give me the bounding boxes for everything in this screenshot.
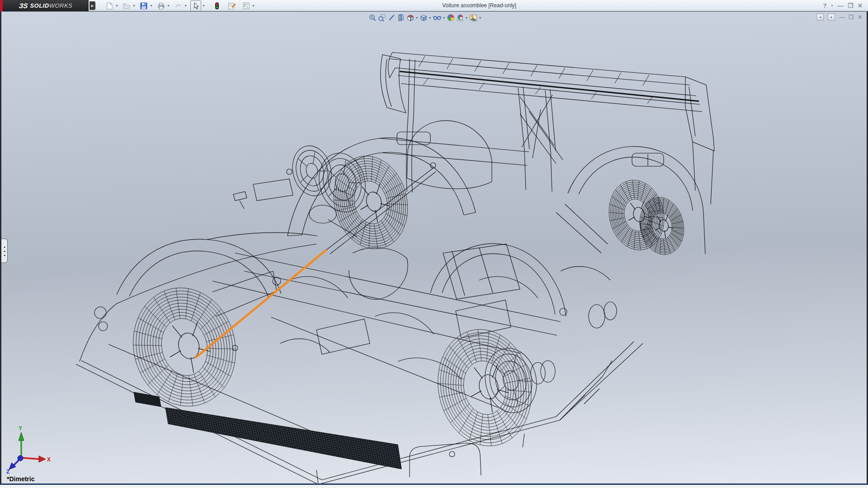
zoom-to-fit-icon: [368, 14, 377, 22]
wheel-wireframe: [324, 148, 417, 257]
left-pane-icon: ◂: [819, 15, 821, 19]
document-title: Voiture assomblee [Read-only]: [90, 0, 868, 11]
previous-view-button[interactable]: [387, 13, 396, 22]
view-orientation-caret[interactable]: ▾: [416, 16, 418, 20]
view-settings-caret[interactable]: ▾: [479, 16, 481, 20]
section-view-icon: [397, 14, 405, 22]
window-bottom-strip: [0, 485, 868, 488]
show-right-pane-button[interactable]: ▸: [828, 14, 835, 20]
graphics-area[interactable]: Y X Z: [0, 11, 868, 483]
solidworks-logo: ЗS SOLIDWORKS: [3, 0, 89, 11]
solidworks-logo-bold: SOLID: [30, 2, 49, 9]
zoom-to-area-icon: [378, 14, 386, 22]
title-bar: ЗS SOLIDWORKS ▶ ▾ ▾ ▾: [0, 0, 868, 11]
zoom-to-area-button[interactable]: [378, 13, 386, 22]
show-left-pane-button[interactable]: ◂: [816, 14, 824, 20]
close-button[interactable]: ✕: [858, 0, 863, 11]
minimize-document-button[interactable]: —: [839, 14, 844, 20]
apply-scene-icon: [456, 14, 464, 22]
hide-show-items-icon: [433, 14, 442, 22]
model-wireframe-canvas[interactable]: Y X Z: [1, 12, 867, 483]
collapse-arrow-icon: ◂: [4, 253, 5, 257]
view-settings-icon: [469, 14, 478, 22]
edit-appearance-button[interactable]: [447, 13, 455, 22]
featuremanager-collapsed-tab[interactable]: ◂ ◂ ◂: [1, 239, 8, 263]
view-orientation-button[interactable]: [406, 13, 415, 22]
display-style-icon: [420, 14, 428, 22]
collapse-arrow-icon: ◂: [4, 249, 5, 253]
wheel-wireframe: [427, 321, 542, 455]
solidworks-logo-glyph: ЗS: [19, 2, 28, 9]
hide-show-items-caret[interactable]: ▾: [443, 16, 445, 20]
view-orientation-icon: [406, 14, 415, 22]
orientation-triad: Y X Z: [6, 425, 51, 475]
view-settings-button[interactable]: [469, 13, 478, 22]
triad-z-label: Z: [6, 469, 9, 475]
apply-scene-caret[interactable]: ▾: [466, 16, 467, 20]
view-orientation-label: *Dimetric: [7, 475, 34, 483]
help-button[interactable]: ?: [823, 0, 826, 11]
collapse-arrow-icon: ◂: [4, 245, 5, 249]
zoom-to-fit-button[interactable]: [368, 13, 377, 22]
previous-view-icon: [387, 14, 396, 22]
solidworks-window: { "titlebar": { "brand": { "glyph": "ЗS"…: [0, 0, 868, 488]
document-window-controls: ◂ ▸ — ❐ ✕: [816, 14, 862, 20]
triad-x-label: X: [47, 456, 51, 463]
restore-button[interactable]: ❐: [848, 0, 853, 11]
heads-up-view-toolbar: ▾ ▾ ▾: [368, 13, 483, 22]
solidworks-logo-light: WORKS: [49, 2, 73, 9]
section-view-button[interactable]: [397, 13, 405, 22]
triad-y-label: Y: [19, 425, 22, 432]
restore-document-button[interactable]: ❐: [849, 14, 854, 20]
minimize-button[interactable]: —: [837, 0, 843, 11]
car-assembly-wireframe: [76, 52, 714, 483]
window-controls: ? ▾ — ❐ ✕: [823, 0, 863, 11]
display-style-caret[interactable]: ▾: [429, 16, 431, 20]
apply-scene-button[interactable]: [456, 13, 464, 22]
help-dropdown-caret[interactable]: ▾: [831, 4, 833, 8]
hide-show-items-button[interactable]: [433, 13, 442, 22]
edit-appearance-icon: [447, 14, 455, 22]
close-document-button[interactable]: ✕: [858, 14, 862, 20]
display-style-button[interactable]: [420, 13, 428, 22]
right-pane-icon: ▸: [830, 15, 832, 19]
selected-edge-highlight: [195, 250, 326, 358]
